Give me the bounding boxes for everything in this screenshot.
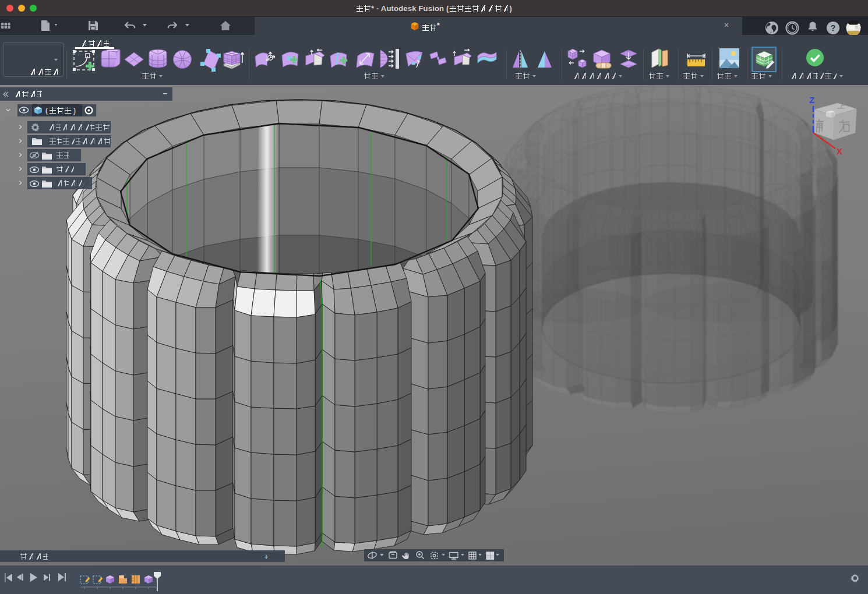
svg-text:X: X [837,146,842,156]
svg-text:Z: Z [809,95,814,105]
svg-text:?: ? [831,23,836,33]
